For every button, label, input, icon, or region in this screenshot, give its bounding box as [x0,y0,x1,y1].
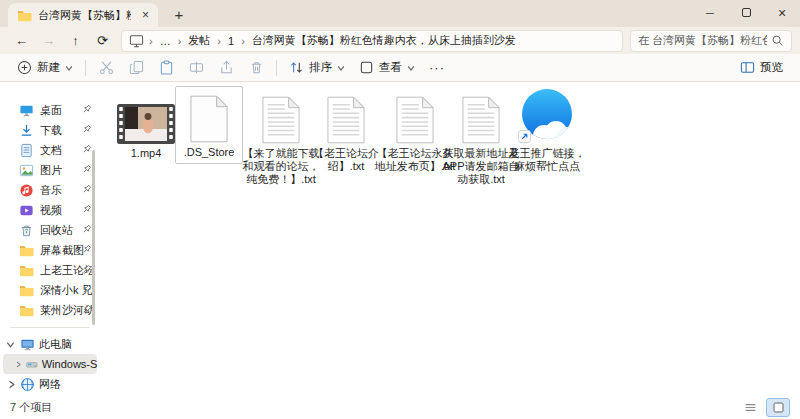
sidebar-item-documents[interactable]: 文档 [0,140,100,160]
maximize-icon [742,8,751,17]
shortcut-arrow-icon [518,130,531,143]
breadcrumb[interactable]: › … › 发帖 › 1 › 台湾网黄【苏畅】粉红色情趣内衣，从床上抽插到沙发 [121,30,623,52]
sidebar-item-desktop[interactable]: 桌面 [0,100,100,120]
forward-button[interactable]: → [35,30,62,52]
sidebar-item-folder[interactable]: 深情小k 兄弟 [0,280,100,300]
paste-button[interactable] [151,56,181,80]
cut-icon [99,60,114,75]
items-count: 7 个项目 [10,400,52,415]
search-placeholder: 在 台湾网黄【苏畅】粉红色情趣内衣，从 [638,33,767,48]
chevron-down-icon [337,64,345,72]
sidebar-item-label: 图片 [40,163,62,178]
explorer-tab[interactable]: 台湾网黄【苏畅】粉红色情趣内衣 × [8,3,158,27]
sidebar-item-folder[interactable]: 莱州沙河幼师 [0,300,100,320]
large-icons-view-toggle[interactable] [766,398,790,417]
text-file-icon [462,96,500,144]
share-button[interactable] [211,56,241,80]
tab-close-icon[interactable]: × [137,7,154,24]
text-file-icon [327,96,365,144]
sidebar-item-pictures[interactable]: 图片 [0,160,100,180]
file-name: 1.mp4 [131,147,162,160]
chevron-right-icon [15,360,22,369]
search-input[interactable]: 在 台湾网黄【苏畅】粉红色情趣内衣，从 [630,30,792,52]
sidebar-item-windows-ssd[interactable]: Windows-SSD [3,354,97,374]
new-item-icon [17,60,32,75]
sidebar-item-label: 回收站 [40,223,73,238]
up-button[interactable]: ↑ [62,30,89,52]
sidebar-item-network[interactable]: 网络 [0,374,100,394]
view-button[interactable]: 查看 [352,56,422,80]
new-tab-button[interactable]: + [166,3,192,25]
more-options-button[interactable]: ··· [422,56,452,80]
folder-icon [19,284,34,297]
this-pc-icon [129,33,144,48]
file-name: 【老王论坛介 绍】.txt [313,147,379,173]
pictures-icon [19,163,34,178]
minimize-button[interactable]: ─ [692,0,728,25]
folder-icon [19,264,34,277]
sidebar-item-label: 文档 [40,143,62,158]
toolbar-divider [85,60,86,76]
documents-icon [19,143,34,158]
pin-icon [81,284,92,295]
pin-icon [81,124,92,135]
maximize-button[interactable] [728,0,764,25]
navigation-pane: 桌面 下载 文档 [0,82,100,395]
share-icon [219,60,234,75]
sidebar-item-this-pc[interactable]: 此电脑 [0,334,100,354]
preview-icon [740,60,755,75]
sidebar-item-music[interactable]: 音乐 [0,180,100,200]
breadcrumb-segment[interactable]: 发帖 [186,33,212,48]
sidebar-item-label: 屏幕截图 [40,243,84,258]
breadcrumb-overflow[interactable]: … [158,35,173,47]
details-view-toggle[interactable] [738,398,762,417]
sidebar-item-folder[interactable]: 上老王论坛当 [0,260,100,280]
sort-button-label: 排序 [309,60,332,75]
sidebar-item-recycle-bin[interactable]: 回收站 [0,220,100,240]
sidebar-item-downloads[interactable]: 下载 [0,120,100,140]
sidebar-item-screenshots[interactable]: 屏幕截图 [0,240,100,260]
text-file-icon [396,96,434,144]
sidebar-item-label: 此电脑 [39,337,72,352]
folder-icon [19,304,34,317]
file-item-browser-shortcut[interactable]: 老王推广链接， 麻烦帮忙点点 [504,88,590,173]
drive-icon [26,357,38,372]
copy-icon [129,60,144,75]
cut-button[interactable] [91,56,121,80]
this-pc-icon [20,337,35,352]
close-button[interactable]: × [764,0,800,25]
file-name: 老王推广链接， 麻烦帮忙点点 [509,147,586,173]
address-bar: ← → ↑ ⟳ › … › 发帖 › 1 › 台湾网黄【苏畅】粉红色情趣内衣，从… [0,27,800,54]
file-item-ds-store[interactable]: .DS_Store [175,86,243,164]
back-button[interactable]: ← [8,30,35,52]
delete-button[interactable] [241,56,271,80]
desktop-icon [19,103,34,118]
pin-icon [81,144,92,155]
view-button-label: 查看 [379,60,402,75]
network-icon [20,377,35,392]
new-button[interactable]: 新建 [10,56,80,80]
copy-button[interactable] [121,56,151,80]
refresh-button[interactable]: ⟳ [89,30,116,52]
sidebar-item-label: 网络 [39,377,61,392]
sidebar-scrollbar[interactable] [92,150,95,325]
file-grid: 1.mp4 .DS_Store 【来了就能下载 和观看的论坛， 纯免费！】.tx… [100,82,800,395]
sidebar-item-label: 音乐 [40,183,62,198]
rename-button[interactable] [181,56,211,80]
new-button-label: 新建 [37,60,60,75]
tab-title: 台湾网黄【苏畅】粉红色情趣内衣 [38,8,131,23]
preview-button[interactable]: 预览 [733,56,790,80]
pin-icon [81,244,92,255]
window-controls: ─ × [692,0,800,25]
downloads-icon [19,123,34,138]
folder-icon [17,9,32,22]
sort-button[interactable]: 排序 [282,56,352,80]
pin-icon [81,164,92,175]
videos-icon [19,203,34,218]
breadcrumb-segment[interactable]: 1 [226,35,236,47]
sidebar-item-videos[interactable]: 视频 [0,200,100,220]
details-view-icon [744,401,757,414]
command-toolbar: 新建 [0,54,800,82]
pin-icon [81,204,92,215]
breadcrumb-current-folder[interactable]: 台湾网黄【苏畅】粉红色情趣内衣，从床上抽插到沙发 [250,33,518,48]
